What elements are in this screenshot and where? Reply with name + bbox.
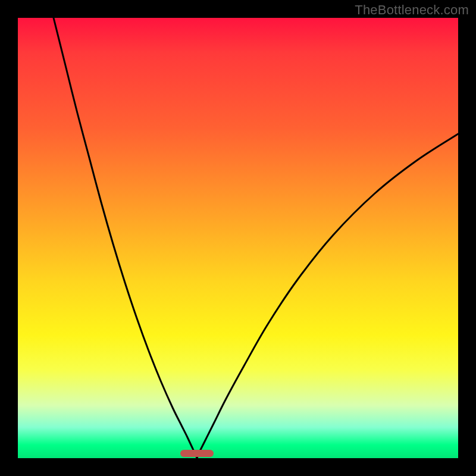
right-curve <box>197 134 458 458</box>
curve-layer <box>18 18 458 458</box>
left-curve <box>54 18 197 458</box>
watermark-text: TheBottleneck.com <box>355 2 469 18</box>
baseline-marker <box>180 450 214 457</box>
chart-frame: TheBottleneck.com <box>0 0 476 476</box>
plot-area <box>18 18 458 458</box>
